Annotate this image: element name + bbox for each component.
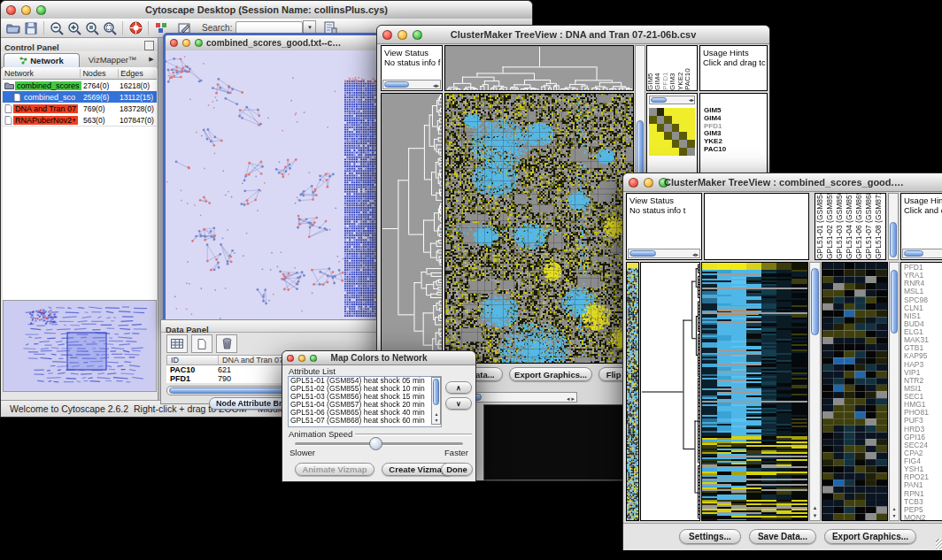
scrollbar-arrows[interactable]: ▴▾: [811, 503, 819, 519]
row-dendrogram-canvas[interactable]: [382, 94, 442, 363]
done-button[interactable]: Done: [441, 463, 473, 476]
column-label[interactable]: GIM3: [669, 46, 676, 90]
matrix-cell[interactable]: [679, 148, 687, 156]
heatmap-canvas[interactable]: [445, 94, 633, 363]
network-table-header[interactable]: Network Nodes Edges: [3, 67, 157, 80]
matrix-cell[interactable]: [672, 148, 680, 156]
matrix-cell[interactable]: [687, 140, 695, 148]
column-label[interactable]: GPL51-03 (GSM856): [835, 194, 845, 259]
matrix-cell[interactable]: [672, 132, 680, 140]
tab-network[interactable]: Network: [4, 53, 80, 67]
heatmap-canvas[interactable]: [702, 263, 807, 520]
move-up-button[interactable]: ∧: [445, 381, 472, 394]
cytoscape-titlebar[interactable]: Cytoscape Desktop (Session Name: collins…: [1, 1, 532, 19]
matrix-cell[interactable]: [664, 116, 672, 124]
column-label[interactable]: YKE2: [677, 46, 684, 90]
gene-name[interactable]: PAC10: [704, 146, 726, 154]
treeview-combined-titlebar[interactable]: ClusterMaker TreeView : combined_scores_…: [623, 173, 942, 192]
matrix-cell[interactable]: [649, 140, 657, 148]
export-graphics-button[interactable]: Export Graphics...: [509, 367, 592, 381]
column-label[interactable]: GPL51-01 (GSM854): [815, 194, 825, 259]
matrix-cell[interactable]: [679, 132, 687, 140]
matrix-cell[interactable]: [664, 124, 672, 132]
column-dendrogram-canvas[interactable]: [445, 46, 633, 90]
tab-overflow-arrow[interactable]: ▶: [145, 51, 158, 67]
resize-grip[interactable]: [936, 539, 942, 549]
tab-vizmapper[interactable]: VizMapper™: [80, 51, 145, 67]
export-graphics-button[interactable]: Export Graphics...: [824, 529, 916, 544]
matrix-cell[interactable]: [649, 132, 657, 140]
network-overview-canvas[interactable]: [4, 301, 156, 391]
matrix-cell[interactable]: [657, 140, 665, 148]
zoom-heatmap-pane[interactable]: [822, 262, 888, 521]
zoom-actual-icon[interactable]: [83, 20, 101, 36]
gene-list-vscrollbar[interactable]: ▴▾: [889, 262, 900, 521]
scrollbar-thumb[interactable]: [891, 270, 898, 334]
save-icon[interactable]: [22, 20, 40, 36]
matrix-cell[interactable]: [664, 132, 672, 140]
column-label[interactable]: GPL51-08 (GSM872): [874, 194, 884, 259]
matrix-cell[interactable]: [649, 148, 657, 156]
settings-button[interactable]: Settings...: [679, 529, 741, 544]
scrollbar-arrows[interactable]: ◂▸: [433, 81, 439, 89]
scrollbar-thumb[interactable]: [384, 81, 409, 88]
usage-hints-hscrollbar[interactable]: [902, 249, 942, 258]
matrix-cell[interactable]: [649, 116, 657, 124]
matrix-cell[interactable]: [672, 108, 680, 116]
col-header-edges[interactable]: Edges: [119, 69, 157, 78]
network-view-titlebar[interactable]: combined_scores_good.txt--cluste...: [166, 35, 383, 51]
matrix-cell[interactable]: [679, 116, 687, 124]
matrix-cell[interactable]: [672, 116, 680, 124]
animation-speed-slider-thumb[interactable]: [369, 437, 382, 450]
column-label[interactable]: GPL51-02 (GSM855): [825, 194, 835, 259]
matrix-cell[interactable]: [687, 116, 695, 124]
scrollbar-arrows[interactable]: ▴▾: [891, 505, 898, 519]
matrix-cell[interactable]: [679, 124, 687, 132]
matrix-cell[interactable]: [664, 140, 672, 148]
row-dendrogram-pane[interactable]: [640, 262, 700, 521]
scrollbar-thumb[interactable]: [651, 97, 667, 103]
matrix-cell[interactable]: [687, 108, 695, 116]
column-label[interactable]: GIM4: [654, 46, 661, 90]
matrix-cell[interactable]: [649, 108, 657, 116]
zoom-in-icon[interactable]: [66, 20, 83, 36]
matrix-cell[interactable]: [657, 148, 665, 156]
attribute-list-vscrollbar[interactable]: ▴▾: [431, 377, 441, 425]
view-status-hscrollbar[interactable]: ◂▸: [628, 249, 700, 258]
column-label[interactable]: GPL51-06 (GSM865): [854, 194, 864, 259]
network-row-combined-scores[interactable]: combined_scores 2764(0) 16218(0): [3, 80, 157, 91]
matrix-cell[interactable]: [687, 132, 695, 140]
network-view-canvas[interactable]: [166, 50, 383, 323]
network-overview-panel[interactable]: [3, 300, 157, 392]
labels-vscrollbar[interactable]: [888, 193, 899, 260]
heatmap-pane[interactable]: [444, 93, 634, 364]
treeview-dna-titlebar[interactable]: ClusterMaker TreeView : DNA and Tran 07-…: [377, 26, 769, 44]
row-dendrogram-canvas[interactable]: [641, 263, 699, 520]
open-folder-icon[interactable]: [4, 20, 22, 36]
column-label[interactable]: GPL51-04 (GSM857): [845, 194, 854, 259]
column-label[interactable]: GPL51-07 (GSM868): [864, 194, 874, 259]
column-label[interactable]: PAC10: [684, 46, 691, 90]
matrix-cell[interactable]: [657, 124, 665, 132]
new-attribute-button[interactable]: [191, 334, 212, 353]
zoom-matrix[interactable]: [649, 108, 695, 156]
column-label[interactable]: PFD1: [662, 46, 669, 90]
select-attributes-button[interactable]: [166, 334, 188, 353]
id-column-header[interactable]: ID: [167, 356, 219, 364]
attribute-item[interactable]: GPL51-07 (GSM868) heat shock 60 min: [289, 417, 441, 425]
matrix-cell[interactable]: [664, 148, 672, 156]
scrollbar-arrows[interactable]: ▴▾: [433, 411, 440, 424]
labels-hscrollbar[interactable]: ◂▸: [649, 96, 695, 104]
scrollbar-thumb[interactable]: [629, 250, 656, 257]
dialog-titlebar[interactable]: Map Colors to Network: [282, 351, 475, 365]
heatmap-pane[interactable]: [701, 262, 808, 521]
animate-vizmap-button-disabled[interactable]: Animate Vizmap: [295, 463, 374, 476]
network-row-rnapubernov[interactable]: RNAPuberNov2+ 563(0) 107847(0): [3, 114, 157, 126]
matrix-cell[interactable]: [664, 108, 672, 116]
help-lifesaver-icon[interactable]: [127, 20, 144, 36]
zoom-out-icon[interactable]: [48, 20, 66, 36]
float-panel-icon[interactable]: [144, 41, 154, 50]
matrix-cell[interactable]: [657, 108, 665, 116]
gene-name[interactable]: MON2: [904, 514, 942, 521]
zoom-fit-icon[interactable]: [101, 20, 119, 36]
